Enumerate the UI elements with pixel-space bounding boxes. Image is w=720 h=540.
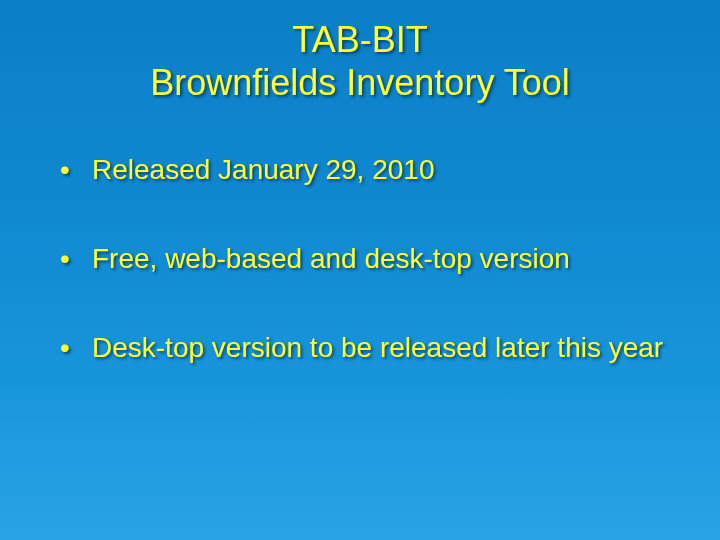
- list-item: Desk-top version to be released later th…: [60, 330, 680, 365]
- bullet-text: Desk-top version to be released later th…: [92, 332, 663, 363]
- bullet-text: Released January 29, 2010: [92, 154, 434, 185]
- bullet-list: Released January 29, 2010 Free, web-base…: [40, 152, 680, 365]
- slide-title: TAB-BIT Brownfields Inventory Tool: [40, 18, 680, 104]
- slide-container: TAB-BIT Brownfields Inventory Tool Relea…: [0, 0, 720, 540]
- list-item: Released January 29, 2010: [60, 152, 680, 187]
- title-line-2: Brownfields Inventory Tool: [150, 62, 570, 103]
- title-line-1: TAB-BIT: [292, 19, 427, 60]
- bullet-text: Free, web-based and desk-top version: [92, 243, 570, 274]
- list-item: Free, web-based and desk-top version: [60, 241, 680, 276]
